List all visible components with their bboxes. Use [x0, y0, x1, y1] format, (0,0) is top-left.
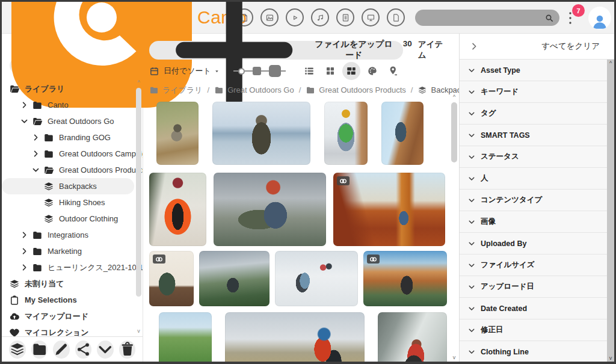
filter-label: コンテンツタイプ [481, 195, 542, 205]
action-folder-button[interactable] [31, 341, 48, 359]
tree-item-4[interactable]: Great Outdoors Campaigns [2, 146, 134, 162]
thumbnail-size-slider[interactable] [233, 65, 286, 77]
tree-item-12[interactable]: 未割り当て [2, 276, 134, 292]
calendar-icon [149, 66, 159, 76]
asset-thumbnail-green-ridge-sitting-hiker[interactable] [159, 312, 212, 362]
tree-actions-toolbar [2, 336, 143, 362]
scroll-down-icon[interactable]: v [451, 354, 458, 360]
filter-panel-scrollbar[interactable]: ^ v [607, 60, 614, 362]
asset-thumbnail-green-backpack-still-life[interactable] [149, 251, 194, 306]
scroll-up-icon[interactable]: ^ [607, 60, 614, 66]
tree-item-13[interactable]: My Selections [2, 292, 134, 308]
view-grid-button[interactable] [321, 62, 339, 80]
folder-icon [43, 132, 54, 143]
asset-thumbnail-hiker-orange-cliff[interactable] [381, 102, 424, 165]
action-trash-button[interactable] [119, 341, 136, 359]
breadcrumb-item[interactable]: ライブラリ [149, 85, 203, 96]
tree-item-9[interactable]: Integrations [2, 227, 134, 243]
filter-section-13[interactable]: Clothing Line [460, 341, 607, 362]
asset-thumbnail-photographer-red-jacket-grassland[interactable] [225, 312, 365, 362]
filter-section-2[interactable]: タグ [460, 103, 607, 125]
caret-down-icon[interactable] [214, 68, 220, 75]
scrollbar-thumb[interactable] [451, 102, 457, 162]
tree-item-0[interactable]: ライブラリ [2, 81, 134, 97]
filter-section-8[interactable]: Uploaded By [460, 233, 607, 254]
filter-section-1[interactable]: キーワード [460, 81, 607, 103]
filter-section-10[interactable]: アップロード日 [460, 276, 607, 298]
action-share-button[interactable] [75, 341, 92, 359]
chevron-right-icon[interactable] [32, 150, 40, 158]
view-palette-button[interactable] [363, 62, 381, 80]
breadcrumb-item[interactable]: Great Outdoors Go [214, 85, 294, 95]
breadcrumb-item[interactable]: Great Outdoors Products [306, 85, 406, 95]
action-chevron-down-button[interactable] [97, 341, 114, 359]
filter-section-5[interactable]: 人 [460, 168, 607, 190]
action-album-button[interactable] [9, 341, 26, 359]
search-icon[interactable] [544, 13, 554, 23]
tree-item-11[interactable]: ヒューリンクス_2021-10-13 [2, 259, 134, 276]
tree-item-3[interactable]: Branding GOG [2, 129, 134, 146]
chevron-down-icon [468, 153, 475, 161]
tree-item-label: マイコレクション [25, 327, 88, 337]
scrollbar-thumb[interactable] [136, 88, 141, 297]
tree-item-1[interactable]: Canto [2, 97, 134, 113]
search-bar[interactable] [415, 10, 559, 26]
other-file-filter-icon[interactable] [387, 8, 405, 26]
asset-thumbnail-mountain-trail-hiker[interactable] [199, 251, 270, 306]
tree-scrollbar[interactable]: ^ v [135, 79, 142, 334]
document-filter-icon[interactable] [336, 8, 354, 26]
filter-section-12[interactable]: 修正日 [460, 319, 607, 341]
filter-section-0[interactable]: Asset Type [460, 60, 607, 81]
asset-thumbnail-green-backpack-snowy-street[interactable] [324, 102, 368, 165]
chevron-right-icon[interactable] [20, 231, 28, 239]
tree-item-7[interactable]: Hiking Shoes [2, 194, 134, 211]
scroll-down-icon[interactable]: v [135, 328, 142, 334]
tree-item-6[interactable]: Backpacks [2, 178, 134, 194]
asset-thumbnail-red-beanie-mountain-view[interactable] [214, 173, 326, 246]
filter-section-6[interactable]: コンテンツタイプ [460, 190, 607, 211]
audio-filter-icon[interactable] [311, 8, 329, 26]
notification-badge[interactable]: 7 [572, 4, 585, 17]
view-list-button[interactable] [300, 62, 318, 80]
scroll-up-icon[interactable]: ^ [451, 94, 458, 100]
asset-thumbnail-orange-puffer-black-backpack[interactable] [149, 173, 206, 246]
tree-item-14[interactable]: マイアップロード [2, 308, 134, 324]
scroll-down-icon[interactable]: v [607, 355, 614, 361]
filter-section-11[interactable]: Date Created [460, 298, 607, 319]
filter-section-4[interactable]: ステータス [460, 146, 607, 168]
chevron-right-icon[interactable] [469, 42, 479, 51]
chevron-right-icon[interactable] [32, 134, 40, 141]
grid-scrollbar[interactable]: ^ v [451, 94, 458, 360]
chevron-down-icon[interactable] [32, 166, 40, 174]
asset-thumbnail-desert-monument-hiker[interactable] [333, 173, 445, 246]
folder-icon [32, 246, 43, 257]
chevron-right-icon[interactable] [20, 264, 28, 271]
tree-item-label: Great Outdoors Products [59, 165, 143, 174]
tree-item-15[interactable]: マイコレクション [2, 324, 134, 336]
clear-all-filters-button[interactable]: すべてをクリア [541, 41, 600, 52]
asset-thumbnail-woman-fur-hood-lake[interactable] [212, 102, 310, 165]
asset-thumbnail-canyon-overlook-backpacker[interactable] [363, 251, 447, 306]
view-grid-large-button[interactable] [342, 62, 360, 80]
tree-item-8[interactable]: Outdoor Clothing [2, 211, 134, 227]
view-map-pin-button[interactable] [384, 62, 402, 80]
asset-thumbnail-snow-hikers-group[interactable] [275, 251, 358, 306]
tree-item-5[interactable]: Great Outdoors Products [2, 162, 134, 178]
upload-file-button[interactable]: ファイルをアップロード [149, 41, 403, 60]
tree-item-2[interactable]: Great Outdoors Go [2, 113, 134, 129]
chevron-right-icon[interactable] [20, 101, 28, 109]
sort-by-dropdown[interactable]: 日付でソート [164, 66, 211, 76]
scroll-up-icon[interactable]: ^ [135, 79, 142, 85]
filter-section-7[interactable]: 画像 [460, 211, 607, 233]
user-avatar[interactable] [588, 7, 611, 29]
chevron-down-icon[interactable] [20, 117, 28, 125]
asset-thumbnail-hiker-on-rock-overlook[interactable] [156, 102, 199, 165]
filter-section-3[interactable]: SMART TAGS [460, 125, 607, 146]
search-input[interactable] [422, 13, 544, 22]
presentation-filter-icon[interactable] [362, 8, 380, 26]
action-pencil-button[interactable] [53, 341, 70, 359]
chevron-right-icon[interactable] [20, 247, 28, 255]
tree-item-10[interactable]: Marketing [2, 243, 134, 259]
filter-section-9[interactable]: ファイルサイズ [460, 254, 607, 276]
asset-thumbnail-red-jacket-misty-peaks[interactable] [378, 312, 447, 362]
